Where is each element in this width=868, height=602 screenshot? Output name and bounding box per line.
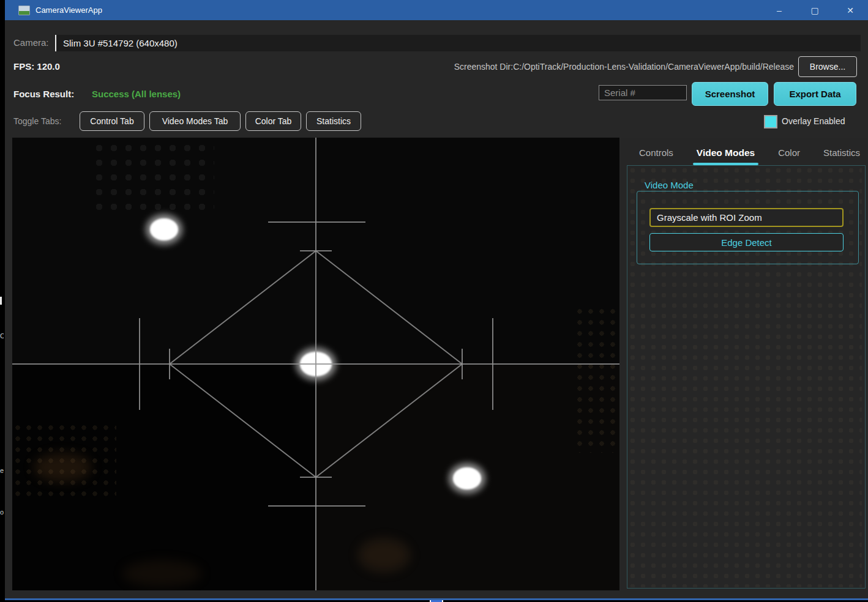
fps-value: FPS: 120.0 [13,61,60,72]
window-bottom-edge [5,598,868,600]
ir-marker [150,218,178,240]
screen: C e o CameraViewerApp – ▢ ✕ Camera: Slim… [0,0,868,602]
camera-view[interactable] [12,138,619,590]
overlay-enabled-checkbox[interactable] [764,115,777,128]
toggle-color-tab-button[interactable]: Color Tab [245,111,301,131]
side-panel: Controls Video Modes Color Statistics Vi… [621,138,867,590]
ir-marker [453,467,481,489]
focus-result-value: Success (All lenses) [92,89,181,99]
window-controls: – ▢ ✕ [761,0,868,20]
background-window-fragment [0,297,2,305]
background-text-fragment: C [0,332,4,340]
tab-color[interactable]: Color [774,143,804,165]
crosshair-overlay [12,138,619,590]
camera-overlay-graphic [12,138,619,590]
focus-result-label: Focus Result: [13,89,74,99]
close-button[interactable]: ✕ [832,6,868,15]
video-mode-group-title: Video Mode [645,180,694,190]
export-data-button[interactable]: Export Data [774,82,856,106]
app-icon [18,6,30,15]
title-bar[interactable]: CameraViewerApp – ▢ ✕ [5,0,868,20]
serial-number-input[interactable] [599,85,687,100]
maximize-button[interactable]: ▢ [797,6,832,15]
overlay-enabled-label: Overlay Enabled [782,116,845,126]
screenshot-button[interactable]: Screenshot [692,82,768,106]
toggle-statistics-button[interactable]: Statistics [306,111,361,131]
toggle-video-modes-tab-button[interactable]: Video Modes Tab [149,111,241,131]
app-window: CameraViewerApp – ▢ ✕ Camera: Slim 3U #5… [5,0,868,598]
browse-button[interactable]: Browse... [798,56,857,77]
tab-video-modes[interactable]: Video Modes [693,143,758,165]
background-text-fragment: o [0,508,4,516]
camera-select[interactable]: Slim 3U #514792 (640x480) [55,35,861,51]
window-title: CameraViewerApp [36,6,102,15]
minimize-button[interactable]: – [761,6,797,15]
screenshot-dir-label: Screenshot Dir:C:/OptiTrack/Production-L… [454,62,794,72]
panel-tab-bar: Controls Video Modes Color Statistics [626,143,864,165]
video-mode-select[interactable]: Grayscale with ROI Zoom [649,208,844,227]
toggle-control-tab-button[interactable]: Control Tab [80,111,144,131]
video-mode-group-box [637,191,859,264]
tab-controls[interactable]: Controls [635,143,677,165]
toggle-tabs-label: Toggle Tabs: [13,116,61,126]
background-text-fragment: e [0,467,4,474]
edge-detect-button[interactable]: Edge Detect [649,233,844,251]
tab-statistics[interactable]: Statistics [820,143,864,165]
camera-label: Camera: [13,37,49,48]
